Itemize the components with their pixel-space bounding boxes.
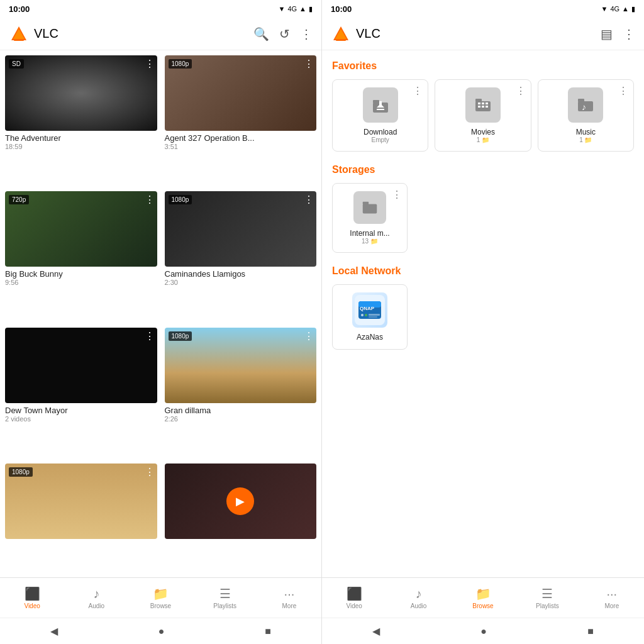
folder-card-movies[interactable]: Movies 1 📁 ⋮ <box>435 79 531 152</box>
nav-playlists-icon: ☰ <box>219 586 231 601</box>
right-status-bar: 10:00 ▼ 4G ▲ ▮ <box>322 0 644 18</box>
right-bottom-nav: ⬛ Video ♪ Audio 📁 Browse ☰ Playlists ···… <box>322 577 644 618</box>
video-item-dark2[interactable]: ▶ <box>165 464 317 572</box>
video-item-llama[interactable]: 1080p ⋮ <box>5 464 157 572</box>
left-wifi-icon: ▼ <box>279 5 286 13</box>
video-title-agent: Agent 327 Operation B... <box>165 133 317 143</box>
movies-more-button[interactable]: ⋮ <box>516 85 526 97</box>
internal-storage-sub: 13 📁 <box>362 238 378 245</box>
video-title-caminandes: Caminandes Llamigos <box>165 269 317 279</box>
storages-title: Storages <box>332 164 634 175</box>
right-panel: 10:00 ▼ 4G ▲ ▮ VLC ▤ ⋮ <box>322 0 644 644</box>
left-home-button[interactable]: ● <box>158 626 165 637</box>
video-thumb-gran: 1080p ⋮ <box>165 328 317 403</box>
left-recents-button[interactable]: ■ <box>265 626 271 637</box>
right-toolbar: VLC ▤ ⋮ <box>322 18 644 50</box>
search-button[interactable]: 🔍 <box>253 26 269 42</box>
right-nav-video[interactable]: ⬛ Video <box>322 578 386 618</box>
left-toolbar-actions: 🔍 ↺ ⋮ <box>253 26 313 42</box>
music-more-button[interactable]: ⋮ <box>618 85 628 97</box>
video-more-dew[interactable]: ⋮ <box>145 330 155 342</box>
right-toolbar-actions: ▤ ⋮ <box>601 26 635 42</box>
right-back-button[interactable]: ◀ <box>372 625 380 637</box>
music-folder-name: Music <box>576 128 596 136</box>
video-more-agent[interactable]: ⋮ <box>304 58 314 70</box>
play-overlay-icon[interactable]: ▶ <box>226 487 254 515</box>
svg-rect-31 <box>369 316 377 318</box>
right-recents-button[interactable]: ■ <box>587 626 594 637</box>
video-thumb-bunny: 720p ⋮ <box>5 191 157 267</box>
video-item-caminandes[interactable]: 1080p ⋮ Caminandes Llamigos 2:30 <box>165 191 317 319</box>
right-nav-playlists[interactable]: ☰ Playlists <box>515 578 579 618</box>
internal-storage-icon <box>353 191 386 224</box>
video-grid: SD ⋮ The Adventurer 18:59 1080p ⋮ Agent … <box>0 50 321 577</box>
right-battery-icon: ▮ <box>631 5 635 13</box>
svg-rect-2 <box>14 39 24 41</box>
history-button[interactable]: ↺ <box>279 26 290 42</box>
video-title-dew: Dew Town Mayor <box>5 406 157 415</box>
download-more-button[interactable]: ⋮ <box>413 85 423 97</box>
right-nav-audio[interactable]: ♪ Audio <box>386 578 450 618</box>
svg-rect-30 <box>369 314 380 316</box>
internal-more-button[interactable]: ⋮ <box>392 189 402 201</box>
video-duration-adventurer: 18:59 <box>5 143 157 150</box>
video-badge-caminandes: 1080p <box>169 195 192 204</box>
right-status-icons: ▼ 4G ▲ ▮ <box>601 5 635 13</box>
left-bottom-nav: ⬛ Video ♪ Audio 📁 Browse ☰ Playlists ···… <box>0 577 321 618</box>
video-thumb-dark2: ▶ <box>165 464 317 539</box>
video-title-adventurer: The Adventurer <box>5 133 157 143</box>
right-signal-icon: ▲ <box>622 5 629 13</box>
left-more-button[interactable]: ⋮ <box>300 26 313 42</box>
right-system-nav: ◀ ● ■ <box>322 618 644 644</box>
video-item-bunny[interactable]: 720p ⋮ Big Buck Bunny 9:56 <box>5 191 157 319</box>
video-thumb-llama: 1080p ⋮ <box>5 464 157 539</box>
storage-card-internal[interactable]: Internal m... 13 📁 ⋮ <box>332 183 408 253</box>
storages-section: Storages Internal m... 13 📁 ⋮ <box>332 164 634 253</box>
right-nav-audio-label: Audio <box>411 602 427 609</box>
left-back-button[interactable]: ◀ <box>50 625 58 637</box>
video-item-dew[interactable]: ⋮ Dew Town Mayor 2 videos <box>5 328 157 456</box>
folder-card-download[interactable]: Download Empty ⋮ <box>332 79 428 152</box>
left-status-time: 10:00 <box>9 4 30 14</box>
nav-audio[interactable]: ♪ Audio <box>64 578 128 618</box>
nav-more[interactable]: ··· More <box>257 578 321 618</box>
vlc-logo-icon <box>9 24 29 44</box>
list-view-button[interactable]: ▤ <box>601 26 613 42</box>
video-more-caminandes[interactable]: ⋮ <box>304 194 314 206</box>
nav-video[interactable]: ⬛ Video <box>0 578 64 618</box>
video-more-gran[interactable]: ⋮ <box>304 330 314 342</box>
video-item-gran[interactable]: 1080p ⋮ Gran dillama 2:26 <box>165 328 317 456</box>
video-more-adventurer[interactable]: ⋮ <box>145 58 155 70</box>
network-card-azanas[interactable]: QNAP AzaNas <box>332 284 408 350</box>
video-thumb-agent: 1080p ⋮ <box>165 55 317 131</box>
folder-icon <box>360 198 379 217</box>
right-nav-browse[interactable]: 📁 Browse <box>451 578 515 618</box>
left-system-nav: ◀ ● ■ <box>0 618 321 644</box>
left-battery-icon: ▮ <box>309 5 313 13</box>
nav-playlists[interactable]: ☰ Playlists <box>193 578 257 618</box>
download-icon <box>370 95 391 115</box>
video-subtitle-dew: 2 videos <box>5 415 157 423</box>
right-nav-more[interactable]: ··· More <box>580 578 644 618</box>
left-4g-label: 4G <box>287 5 297 13</box>
video-item-adventurer[interactable]: SD ⋮ The Adventurer 18:59 <box>5 55 157 184</box>
left-app-title: VLC <box>34 26 58 41</box>
svg-rect-16 <box>478 106 480 108</box>
right-more-button[interactable]: ⋮ <box>623 26 635 42</box>
folder-card-music[interactable]: ♪ Music 1 📁 ⋮ <box>538 79 634 152</box>
right-nav-more-icon: ··· <box>606 587 617 601</box>
video-item-agent[interactable]: 1080p ⋮ Agent 327 Operation B... 3:51 <box>165 55 317 184</box>
video-badge-agent: 1080p <box>169 59 192 69</box>
svg-rect-14 <box>482 103 484 104</box>
right-home-button[interactable]: ● <box>480 626 487 637</box>
svg-rect-13 <box>478 103 480 104</box>
nav-playlists-label: Playlists <box>213 602 236 609</box>
qnap-logo-icon: QNAP <box>352 292 387 328</box>
nav-more-icon: ··· <box>284 587 295 601</box>
left-toolbar: VLC 🔍 ↺ ⋮ <box>0 18 321 50</box>
right-vlc-logo-icon <box>331 24 351 44</box>
video-more-bunny[interactable]: ⋮ <box>145 194 155 206</box>
video-more-llama[interactable]: ⋮ <box>145 466 155 478</box>
left-status-bar: 10:00 ▼ 4G ▲ ▮ <box>0 0 321 18</box>
nav-browse[interactable]: 📁 Browse <box>128 578 192 618</box>
